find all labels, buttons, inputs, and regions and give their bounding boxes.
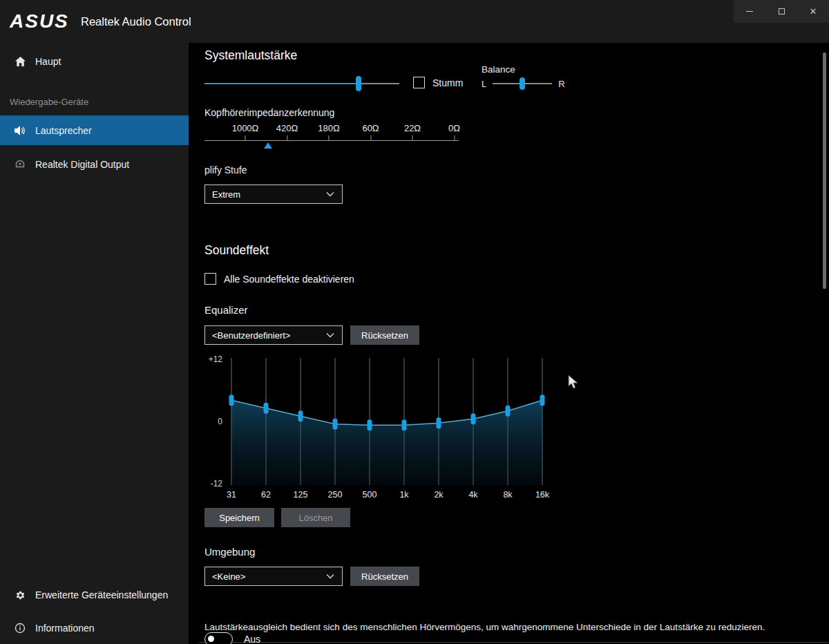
- eq-band-handle[interactable]: [333, 419, 338, 430]
- maximize-icon: [779, 8, 785, 15]
- balance-control: L R: [482, 75, 565, 93]
- app-title: Realtek Audio Control: [81, 15, 191, 28]
- loudness-toggle[interactable]: [204, 632, 233, 644]
- volume-slider-fill: [204, 83, 359, 84]
- disable-effects-label: Alle Soundeffekte deaktivieren: [224, 274, 354, 285]
- impedance-label: Kopfhörerimpedanzerkennung: [204, 107, 334, 118]
- main-content: Systemlautstärke Stumm Balance L R Kopfh…: [189, 43, 829, 644]
- impedance-tick-mark: [245, 135, 246, 140]
- asus-logo: ASUS: [10, 10, 69, 32]
- section-divider: [199, 642, 829, 643]
- loudness-description: Lautstärkeausgleich bedient sich des men…: [204, 622, 765, 632]
- chevron-down-icon: [325, 572, 335, 580]
- eq-band-handle[interactable]: [506, 406, 511, 417]
- loudness-toggle-row: Aus: [204, 632, 260, 644]
- vertical-scrollbar[interactable]: [823, 53, 826, 289]
- equalizer-graph: +12 0 -12 31621252505001k2k4k8k16k: [204, 354, 591, 507]
- impedance-tick-label: 180Ω: [318, 123, 339, 133]
- eq-freq-label: 62: [261, 490, 271, 500]
- environment-dropdown[interactable]: <Keine>: [204, 567, 343, 586]
- mute-checkbox[interactable]: [413, 77, 425, 88]
- environment-reset-button[interactable]: Rücksetzen: [350, 567, 419, 586]
- impedance-scale: 1000Ω420Ω180Ω60Ω22Ω0Ω: [204, 123, 459, 155]
- sidebar-item-informationen[interactable]: Informationen: [0, 616, 189, 641]
- eq-freq-label: 31: [227, 490, 236, 500]
- eq-curve-area: [231, 400, 542, 485]
- sidebar-item-label: Realtek Digital Output: [35, 159, 129, 170]
- spdif-icon: [14, 159, 26, 170]
- eq-band-handle[interactable]: [471, 413, 476, 424]
- balance-label: Balance: [482, 64, 515, 75]
- mouse-cursor-icon: [568, 375, 582, 390]
- amplify-dropdown-value: Extrem: [212, 189, 240, 200]
- impedance-marker-icon: [264, 142, 272, 149]
- eq-band-handle[interactable]: [298, 410, 303, 422]
- toggle-knob-icon: [208, 636, 214, 642]
- eq-band-handle[interactable]: [437, 417, 441, 428]
- eq-freq-label: 125: [294, 490, 308, 500]
- eq-freq-label: 250: [328, 490, 343, 500]
- sidebar-item-advanced-settings[interactable]: Erweiterte Geräteeinstellungen: [0, 583, 189, 607]
- eq-band-handle[interactable]: [229, 395, 234, 406]
- impedance-tick-label: 1000Ω: [232, 123, 259, 133]
- eq-band-handle[interactable]: [540, 395, 545, 406]
- impedance-tick-label: 22Ω: [404, 123, 421, 133]
- eq-band-handle[interactable]: [402, 419, 407, 430]
- window-controls: ✕: [734, 0, 829, 23]
- amplify-dropdown[interactable]: Extrem: [204, 184, 343, 204]
- sidebar-item-label: Haupt: [35, 56, 61, 67]
- balance-slider[interactable]: [493, 75, 552, 93]
- impedance-tick-label: 0Ω: [448, 123, 460, 133]
- impedance-tick-mark: [454, 135, 455, 140]
- equalizer-preset-dropdown[interactable]: <Benutzerdefiniert>: [204, 325, 343, 345]
- gear-icon: [14, 589, 26, 601]
- eq-freq-labels: 31621252505001k2k4k8k16k: [204, 490, 578, 502]
- eq-band-handle[interactable]: [264, 403, 269, 414]
- balance-right-label: R: [558, 79, 564, 89]
- volume-slider[interactable]: [204, 75, 399, 93]
- soundeffekt-heading: Soundeffekt: [204, 243, 269, 258]
- mute-label: Stumm: [432, 77, 463, 88]
- app-window: ASUS Realtek Audio Control ✕ Haupt Wiede…: [0, 0, 829, 644]
- sidebar-item-label: Informationen: [35, 623, 95, 634]
- disable-effects-checkbox[interactable]: [204, 273, 216, 285]
- sidebar-item-haupt[interactable]: Haupt: [0, 49, 189, 74]
- chevron-down-icon: [325, 190, 335, 198]
- sidebar-item-label: Erweiterte Geräteeinstellungen: [35, 589, 168, 600]
- loudness-toggle-label: Aus: [244, 634, 260, 644]
- impedance-tick-mark: [287, 135, 287, 140]
- speaker-icon: [14, 125, 26, 136]
- equalizer-graph-svg: [204, 354, 578, 486]
- sidebar-item-digital-output[interactable]: Realtek Digital Output: [0, 152, 189, 177]
- eq-freq-label: 4k: [468, 490, 477, 500]
- eq-freq-label: 500: [363, 490, 377, 500]
- equalizer-delete-button[interactable]: Löschen: [281, 508, 350, 527]
- equalizer-save-button[interactable]: Speichern: [204, 508, 274, 527]
- close-button[interactable]: ✕: [797, 0, 829, 23]
- eq-freq-label: 8k: [503, 490, 512, 500]
- balance-slider-handle[interactable]: [520, 77, 525, 90]
- equalizer-preset-value: <Benutzerdefiniert>: [212, 330, 290, 341]
- environment-dropdown-value: <Keine>: [212, 571, 245, 582]
- chevron-down-icon: [325, 331, 335, 339]
- sidebar-item-lautsprecher[interactable]: Lautsprecher: [0, 115, 189, 145]
- balance-left-label: L: [482, 79, 486, 89]
- eq-freq-label: 16k: [535, 490, 549, 500]
- impedance-tick-mark: [329, 135, 330, 140]
- equalizer-reset-button[interactable]: Rücksetzen: [350, 325, 419, 345]
- impedance-tick-label: 420Ω: [276, 123, 298, 133]
- impedance-tick-label: 60Ω: [362, 123, 379, 133]
- volume-slider-handle[interactable]: [356, 76, 361, 91]
- environment-label: Umgebung: [204, 546, 255, 558]
- maximize-button[interactable]: [765, 0, 797, 23]
- impedance-tick-mark: [370, 135, 371, 140]
- close-icon: ✕: [810, 6, 817, 17]
- impedance-tick-mark: [412, 135, 413, 140]
- eq-band-handle[interactable]: [368, 419, 372, 430]
- info-icon: [14, 623, 26, 634]
- eq-freq-label: 2k: [434, 490, 443, 500]
- equalizer-label: Equalizer: [204, 304, 248, 316]
- minimize-button[interactable]: [734, 0, 765, 23]
- system-volume-heading: Systemlautstärke: [204, 48, 297, 63]
- impedance-baseline: [204, 140, 459, 141]
